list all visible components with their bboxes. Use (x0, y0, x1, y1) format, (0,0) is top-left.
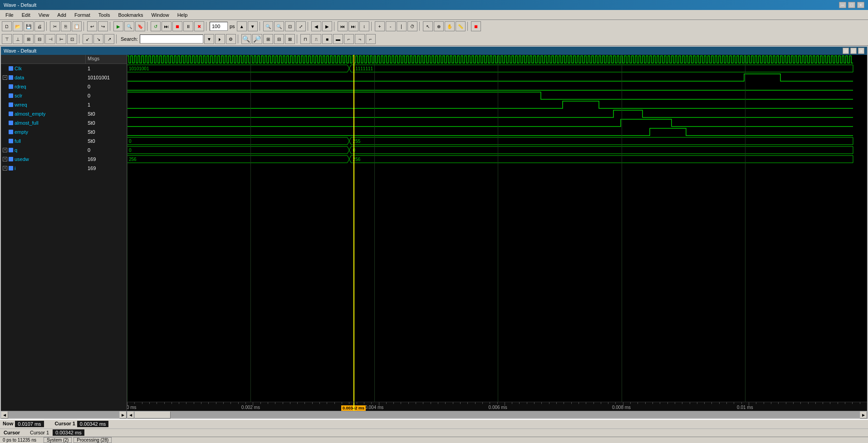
tb-zoom-tool[interactable]: ⊕ (434, 21, 444, 31)
scroll-right-wave[interactable]: ▶ (860, 411, 867, 419)
search-button[interactable]: ▼ (204, 34, 214, 44)
tb-time-input[interactable] (210, 22, 228, 31)
tb-wave-down[interactable]: ⊥ (13, 34, 23, 44)
tb-redo-button[interactable]: ↪ (98, 21, 108, 31)
signal-row[interactable]: fullSt0 (1, 136, 127, 146)
zoom-plus[interactable]: 🔎 (252, 34, 262, 44)
menu-view[interactable]: View (35, 11, 53, 19)
tb-open-button[interactable]: 📂 (13, 21, 23, 31)
tb-wave-compress[interactable]: ⊡ (67, 34, 77, 44)
tb-select-tool[interactable]: ↖ (423, 21, 433, 31)
signal-row[interactable]: rdreq0 (1, 82, 127, 91)
tb-zoomin-wave[interactable]: 🔍 (263, 21, 273, 31)
tb-new-button[interactable]: 🗋 (2, 21, 12, 31)
tb-cursor-next[interactable]: ⏭ (348, 21, 358, 31)
wave-style-7[interactable]: ⌐ (366, 34, 376, 44)
minimize-button[interactable]: ─ (839, 2, 846, 8)
tb-paste-button[interactable]: 📋 (72, 21, 82, 31)
signal-row[interactable]: +usedw169 (1, 155, 127, 164)
tb-wave-up[interactable]: ⊤ (2, 34, 12, 44)
system-tab[interactable]: System (2) (44, 437, 72, 443)
close-button[interactable]: × (857, 2, 864, 8)
tb-find-button[interactable]: 🔍 (124, 21, 134, 31)
tb-save-button[interactable]: 💾 (24, 21, 34, 31)
signal-row[interactable]: sclr0 (1, 91, 127, 100)
signal-row[interactable]: wrreq1 (1, 100, 127, 109)
tb-stop-sim[interactable]: ⏹ (471, 21, 481, 31)
expand-icon[interactable]: + (3, 166, 7, 170)
zoom-custom[interactable]: ⊟ (274, 34, 284, 44)
window-controls[interactable]: ─ □ × (839, 2, 864, 8)
tb-cursor-prev[interactable]: ⏮ (338, 21, 348, 31)
wave-style-2[interactable]: ⎍ (311, 34, 321, 44)
wave-style-6[interactable]: ¬ (355, 34, 365, 44)
zoom-full-view[interactable]: ⊞ (263, 34, 273, 44)
tb-zoom-full[interactable]: ⤢ (296, 21, 306, 31)
wave-style-5[interactable]: ⌐ (344, 34, 354, 44)
expand-icon[interactable]: + (3, 75, 7, 80)
wave-min[interactable]: ─ (843, 48, 849, 54)
menu-tools[interactable]: Tools (95, 11, 114, 19)
tb-group-remove[interactable]: - (386, 21, 396, 31)
wave-style-3[interactable]: ■ (322, 34, 332, 44)
signal-row[interactable]: +data10101001 (1, 73, 127, 82)
tb-run-button[interactable]: ▶ (113, 21, 123, 31)
scroll-right-sig[interactable]: ▶ (119, 411, 127, 419)
tb-divider-add[interactable]: | (397, 21, 407, 31)
tb-group-add[interactable]: + (375, 21, 385, 31)
tb-insert-sig[interactable]: ↘ (93, 34, 103, 44)
tb-scroll-left[interactable]: ◀ (311, 21, 321, 31)
scroll-left-wave[interactable]: ◀ (127, 411, 134, 419)
menu-format[interactable]: Format (71, 11, 94, 19)
tb-restart-button[interactable]: ↺ (151, 21, 161, 31)
menu-edit[interactable]: Edit (18, 11, 34, 19)
tb-wave-left[interactable]: ⊣ (45, 34, 55, 44)
tb-measure-tool[interactable]: 📏 (456, 21, 466, 31)
expand-icon[interactable]: + (3, 157, 7, 161)
tb-print-button[interactable]: 🖨 (34, 21, 44, 31)
tb-clock-add[interactable]: ⏱ (407, 21, 417, 31)
signal-row[interactable]: +i169 (1, 164, 127, 173)
tb-wave-nav[interactable]: ↕ (359, 21, 369, 31)
tb-break-button[interactable]: ⏸ (183, 21, 193, 31)
wave-style-4[interactable]: ▬ (333, 34, 343, 44)
tb-stop-button[interactable]: ⏹ (172, 21, 182, 31)
wave-max[interactable]: □ (850, 48, 857, 54)
signal-row[interactable]: +q0 (1, 146, 127, 155)
tb-scroll-right[interactable]: ▶ (322, 21, 332, 31)
tb-undo-button[interactable]: ↩ (87, 21, 97, 31)
signal-row[interactable]: Clk1 (1, 64, 127, 73)
signal-row[interactable]: almost_fullSt0 (1, 118, 127, 127)
tb-wave-right[interactable]: ⊢ (56, 34, 66, 44)
sim-tab[interactable]: Processing (28) (74, 437, 112, 443)
scroll-left-sig[interactable]: ◀ (1, 411, 8, 419)
menu-bookmarks[interactable]: Bookmarks (114, 11, 147, 19)
tb-insert-bus[interactable]: ↗ (104, 34, 114, 44)
signal-row[interactable]: almost_emptySt0 (1, 109, 127, 118)
maximize-button[interactable]: □ (848, 2, 855, 8)
tb-wave-collapse[interactable]: ⊟ (34, 34, 44, 44)
tb-pan-tool[interactable]: ✋ (445, 21, 455, 31)
tb-sim-button[interactable]: ✖ (194, 21, 204, 31)
zoom-minus[interactable]: 🔍 (241, 34, 251, 44)
tb-insert-clk[interactable]: ↙ (83, 34, 93, 44)
tb-zoomout-wave[interactable]: 🔍 (274, 21, 284, 31)
expand-icon[interactable]: + (3, 148, 7, 152)
tb-wave-expand[interactable]: ⊞ (24, 34, 34, 44)
wave-close[interactable]: × (858, 48, 864, 54)
tb-step-button[interactable]: ⏭ (162, 21, 172, 31)
search-input[interactable] (140, 34, 203, 44)
tb-time-up-button[interactable]: ▲ (237, 21, 247, 31)
tb-time-down-button[interactable]: ▼ (248, 21, 258, 31)
menu-help[interactable]: Help (174, 11, 191, 19)
tb-copy-button[interactable]: ⎘ (61, 21, 71, 31)
menu-file[interactable]: File (2, 11, 17, 19)
search-options-button[interactable]: ⚙ (226, 34, 236, 44)
menu-add[interactable]: Add (54, 11, 70, 19)
search-next-button[interactable]: ⏵ (215, 34, 225, 44)
wave-style-1[interactable]: ⊓ (300, 34, 310, 44)
signal-row[interactable]: emptySt0 (1, 127, 127, 136)
tb-bookmark-button[interactable]: 🔖 (135, 21, 145, 31)
menu-window[interactable]: Window (148, 11, 173, 19)
tb-cut-button[interactable]: ✂ (50, 21, 60, 31)
